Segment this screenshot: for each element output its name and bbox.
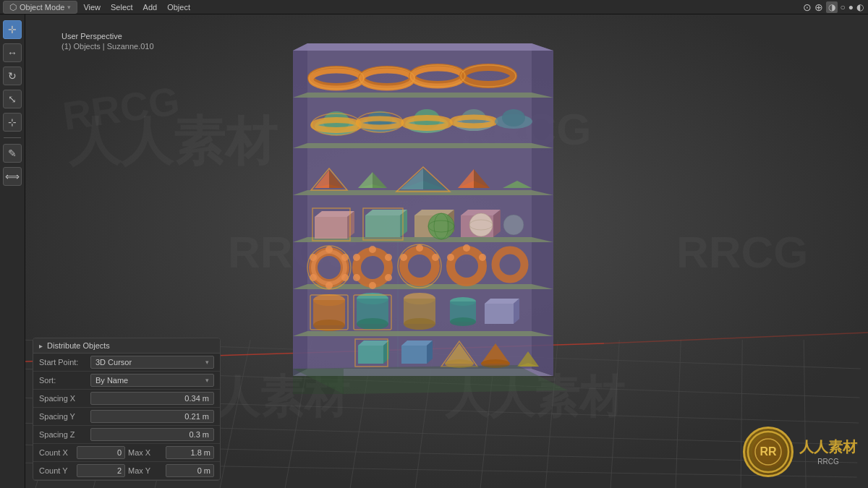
corner-logo: RR 人人素材 RRCG [743,427,857,477]
logo-cn-main: 人人素材 [799,437,857,457]
count-y-field[interactable]: 2 [77,464,125,477]
mode-icon: ⬡ [9,2,17,12]
svg-marker-145 [485,299,519,304]
overlay-icon[interactable]: ⊙ [803,1,812,13]
viewport-shading2-icon[interactable]: ○ [841,2,846,12]
svg-point-110 [341,274,349,281]
svg-rect-152 [401,346,427,364]
svg-rect-86 [365,215,400,237]
svg-point-109 [341,254,349,261]
menu-object[interactable]: Object [163,1,195,13]
svg-marker-33 [293,43,553,51]
count-x-row: Count X 0 Max X 1.8 m [33,444,220,462]
count-y-row: Count Y 2 Max Y 0 m [33,462,220,480]
svg-point-118 [369,282,376,289]
svg-point-140 [404,318,435,330]
svg-point-117 [385,274,392,281]
svg-point-116 [385,254,392,261]
logo-cn-sub: RRCG [799,457,857,467]
svg-point-126 [463,244,470,252]
panel-header[interactable]: ▸ Distribute Objects [33,338,220,354]
start-point-value: 3D Cursor [95,358,132,367]
measure-tool[interactable]: ⟺ [3,167,22,186]
spacing-z-row: Spacing Z 0.3 m [33,426,220,444]
mode-arrow: ▾ [67,4,71,11]
rotate-tool[interactable]: ↻ [3,67,22,85]
sort-label: Sort: [39,376,86,385]
spacing-z-field[interactable]: 0.3 m [90,428,214,441]
count-y-cell: Count Y 2 [39,464,125,477]
svg-point-65 [502,109,525,127]
max-y-field[interactable]: 0 m [166,464,214,477]
svg-marker-40 [293,331,553,336]
svg-point-128 [447,254,454,261]
viewport-info: User Perspective (1) Objects | Suzanne.0… [61,32,154,51]
svg-point-115 [369,246,376,253]
transform-tool[interactable]: ⊹ [3,113,22,132]
svg-text:RR: RR [760,445,777,458]
panel-collapse-triangle: ▸ [39,342,43,350]
svg-rect-144 [485,304,514,324]
annotate-tool[interactable]: ✎ [3,144,22,163]
count-x-label: Count X [39,448,74,457]
viewport-shading-icon[interactable]: ◑ [826,1,838,13]
distribute-objects-panel: ▸ Distribute Objects Start Point: 3D Cur… [33,338,221,481]
spacing-y-label: Spacing Y [39,412,86,421]
sort-arrow: ▾ [205,377,209,384]
sort-dropdown[interactable]: By Name ▾ [90,374,214,387]
svg-point-111 [326,282,333,289]
count-x-field[interactable]: 0 [77,446,125,459]
svg-rect-149 [358,346,383,364]
viewport-type-label: User Perspective [61,32,154,40]
max-x-field[interactable]: 1.8 m [166,446,214,459]
menu-view[interactable]: View [79,1,105,13]
svg-point-137 [357,318,388,330]
svg-point-127 [479,254,486,261]
svg-marker-37 [293,190,553,195]
max-x-cell: Max X 1.8 m [128,446,214,459]
panel-title: Distribute Objects [47,341,110,350]
start-point-row: Start Point: 3D Cursor ▾ [33,354,220,372]
logo-circle-icon: RR [743,427,793,477]
move-tool[interactable]: ↔ [3,43,22,62]
svg-marker-87 [365,210,407,215]
svg-point-113 [310,254,317,261]
max-y-cell: Max Y 0 m [128,464,214,477]
object-info-label: (1) Objects | Suzanne.010 [61,42,154,51]
count-x-cell: Count X 0 [39,446,125,459]
spacing-y-row: Spacing Y 0.21 m [33,408,220,426]
spacing-x-field[interactable]: 0.34 m [90,392,214,405]
viewport-shading4-icon[interactable]: ◐ [856,2,864,12]
mode-label: Object Mode [20,3,64,12]
svg-point-112 [310,274,317,281]
start-point-arrow: ▾ [205,359,209,366]
svg-marker-31 [293,43,307,376]
start-point-label: Start Point: [39,358,86,367]
count-y-label: Count Y [39,466,74,475]
object-mode-dropdown[interactable]: ⬡ Object Mode ▾ [3,1,77,14]
spacing-y-field[interactable]: 0.21 m [90,410,214,423]
svg-point-108 [326,246,333,253]
viewport-3d[interactable]: User Perspective (1) Objects | Suzanne.0… [25,14,868,488]
spacing-x-row: Spacing X 0.34 m [33,390,220,408]
menu-add[interactable]: Add [139,1,162,13]
sort-row: Sort: By Name ▾ [33,372,220,390]
scale-tool[interactable]: ⤡ [3,90,22,108]
start-point-dropdown[interactable]: 3D Cursor ▾ [90,356,214,369]
top-menu-bar: ⬡ Object Mode ▾ View Select Add Object ⊙… [0,0,868,14]
svg-point-122 [416,244,423,252]
cursor-tool[interactable]: ✛ [3,20,22,39]
max-y-label: Max Y [128,466,163,475]
svg-marker-32 [532,43,553,376]
viewport-shading3-icon[interactable]: ● [848,2,854,12]
svg-point-120 [353,254,360,261]
svg-marker-35 [293,93,553,98]
svg-rect-83 [315,217,347,239]
svg-point-143 [450,317,476,326]
gizmo-icon[interactable]: ⊕ [814,1,823,13]
svg-point-119 [353,274,360,281]
svg-marker-36 [293,143,553,148]
menu-select[interactable]: Select [106,1,137,13]
left-toolbar: ✛ ↔ ↻ ⤡ ⊹ ✎ ⟺ [0,14,25,488]
spacing-x-label: Spacing X [39,394,86,403]
